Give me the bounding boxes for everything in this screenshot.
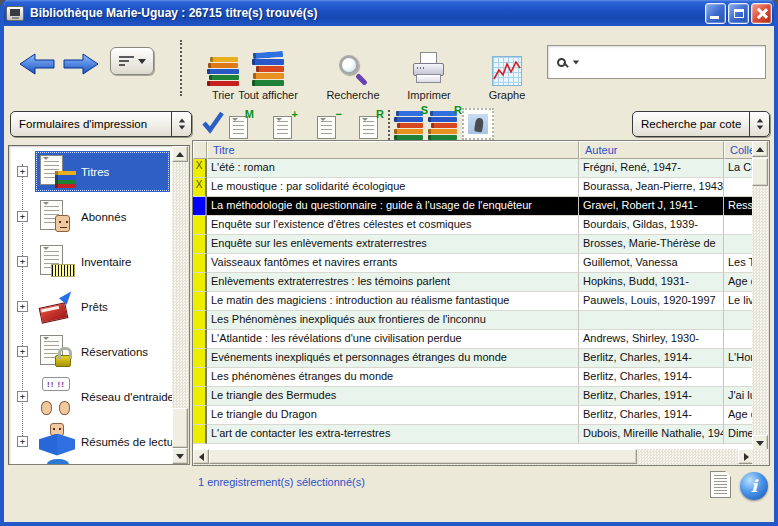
sidebar-item-resumes-lecture[interactable]: + Résumés de lecture [9,419,172,464]
table-row[interactable]: L'art de contacter les extra-terrestres … [193,425,754,444]
row-collection-cell[interactable]: Age d [724,273,754,292]
row-author-cell[interactable]: Brosses, Marie-Thérèse de [579,235,724,254]
graphe-button[interactable]: Graphe [478,38,536,102]
search-dropdown-icon[interactable] [573,60,579,64]
quick-search-field[interactable] [547,45,766,79]
sidebar-item-inventaire[interactable]: + Inventaire [9,239,172,284]
form-remove-button[interactable]: − [316,112,342,140]
table-row[interactable]: Le triangle du Dragon Berlitz, Charles, … [193,406,754,425]
back-button[interactable] [18,53,56,77]
list-options-button[interactable] [110,47,154,75]
sidebar-item-prets[interactable]: + Prêts [9,284,172,329]
row-title-cell[interactable]: Evénements inexpliqués et personnages ét… [207,349,579,368]
table-row[interactable]: La méthodologie du questionnaire : guide… [193,197,754,216]
row-title-cell[interactable]: Enquête sur les enlèvements extraterrest… [207,235,579,254]
table-row[interactable]: Les phénomènes étranges du monde Berlitz… [193,368,754,387]
row-collection-cell[interactable]: Les T [724,254,754,273]
row-mark-cell[interactable]: X [193,178,207,197]
row-author-cell[interactable]: Frégni, René, 1947- [579,159,724,178]
scroll-up-button[interactable] [752,141,768,157]
table-row[interactable]: X Le moustique : par solidarité écologiq… [193,178,754,197]
table-row[interactable]: Enquête sur l'existence d'êtres célestes… [193,216,754,235]
books-s-button[interactable]: S [394,108,428,140]
table-row[interactable]: Le triangle des Bermudes Berlitz, Charle… [193,387,754,406]
row-title-cell[interactable]: L'Atlantide : les révélations d'une civi… [207,330,579,349]
row-collection-cell[interactable] [724,235,754,254]
row-collection-cell[interactable]: L'Hor [724,349,754,368]
expander-icon[interactable]: + [17,346,28,357]
row-mark-cell[interactable] [193,311,207,330]
validate-button[interactable] [200,110,226,138]
row-title-cell[interactable]: Le matin des magiciens : introduction au… [207,292,579,311]
record-list-button[interactable] [708,470,734,500]
row-collection-cell[interactable]: Le liv [724,292,754,311]
row-author-cell[interactable]: Pauwels, Louis, 1920-1997 [579,292,724,311]
row-collection-cell[interactable]: Ress [724,197,754,216]
row-mark-cell[interactable] [193,292,207,311]
row-mark-cell[interactable] [193,216,207,235]
row-title-cell[interactable]: Vaisseaux fantômes et navires errants [207,254,579,273]
sidebar-item-reservations[interactable]: + Réservations [9,329,172,374]
row-mark-cell[interactable] [193,235,207,254]
title-bar[interactable]: Bibliothèque Marie-Uguay : 26715 titre(s… [0,0,778,26]
sidebar-scrollbar[interactable] [172,146,189,464]
row-title-cell[interactable]: Les phénomènes étranges du monde [207,368,579,387]
row-collection-cell[interactable] [724,216,754,235]
info-button[interactable]: i [740,472,768,500]
tout-afficher-button[interactable]: Tout afficher [232,38,304,102]
row-mark-cell[interactable] [193,368,207,387]
row-author-cell[interactable]: Guillemot, Vanessa [579,254,724,273]
table-row[interactable]: Vaisseaux fantômes et navires errants Gu… [193,254,754,273]
row-title-cell[interactable]: Enquête sur l'existence d'êtres célestes… [207,216,579,235]
column-header-titre[interactable]: Titre [207,141,579,159]
row-collection-cell[interactable]: La Co [724,159,754,178]
column-header-collection[interactable]: Colle [724,141,754,159]
row-mark-cell[interactable] [193,387,207,406]
row-collection-cell[interactable] [724,368,754,387]
maximize-button[interactable] [728,3,749,24]
row-collection-cell[interactable]: Age d [724,406,754,425]
scrollbar-thumb[interactable] [752,158,768,186]
row-title-cell[interactable]: L'art de contacter les extra-terrestres [207,425,579,444]
row-mark-cell[interactable] [193,197,207,216]
forward-button[interactable] [62,53,100,77]
recherche-button[interactable]: Recherche [320,38,386,102]
row-title-cell[interactable]: Le triangle des Bermudes [207,387,579,406]
row-title-cell[interactable]: La méthodologie du questionnaire : guide… [207,197,579,216]
row-mark-cell[interactable] [193,254,207,273]
table-row[interactable]: Enquête sur les enlèvements extraterrest… [193,235,754,254]
scroll-left-button[interactable] [193,449,209,464]
row-title-cell[interactable]: Le triangle du Dragon [207,406,579,425]
row-title-cell[interactable]: Enlèvements extraterrestres : les témoin… [207,273,579,292]
image-stamp-button[interactable] [462,108,494,140]
column-header-auteur[interactable]: Auteur [579,141,724,159]
row-author-cell[interactable]: Berlitz, Charles, 1914- [579,387,724,406]
expander-icon[interactable]: + [17,256,28,267]
row-title-cell[interactable]: Le moustique : par solidarité écologique [207,178,579,197]
search-input[interactable] [582,46,765,78]
row-title-cell[interactable]: Les Phénomènes inexpliqués aux frontiere… [207,311,579,330]
row-author-cell[interactable]: Hopkins, Budd, 1931- [579,273,724,292]
row-author-cell[interactable]: Bourdais, Gildas, 1939- [579,216,724,235]
table-row[interactable]: Les Phénomènes inexpliqués aux frontiere… [193,311,754,330]
table-row[interactable]: X L'été : roman Frégni, René, 1947- La C… [193,159,754,178]
expander-icon[interactable]: + [17,166,28,177]
row-collection-cell[interactable] [724,330,754,349]
sidebar-item-abonnes[interactable]: + Abonnés [9,194,172,239]
table-horizontal-scrollbar[interactable] [193,449,754,465]
row-collection-cell[interactable] [724,311,754,330]
row-mark-cell[interactable] [193,349,207,368]
row-author-cell[interactable]: Dubois, Mireille Nathalie, 1948- [579,425,724,444]
sidebar-item-reseau-entraide[interactable]: + !! !! Réseau d'entraide [9,374,172,419]
row-author-cell[interactable]: Bourassa, Jean-Pierre, 1943- [579,178,724,197]
table-vertical-scrollbar[interactable] [752,141,769,451]
expander-icon[interactable]: + [17,301,28,312]
row-author-cell[interactable]: Gravel, Robert J, 1941- [579,197,724,216]
column-header-mark[interactable] [193,141,207,159]
row-mark-cell[interactable] [193,273,207,292]
expander-icon[interactable]: + [17,436,28,447]
row-author-cell[interactable]: Berlitz, Charles, 1914- [579,349,724,368]
row-mark-cell[interactable] [193,425,207,444]
imprimer-button[interactable]: Imprimer [400,38,458,102]
row-author-cell[interactable]: Andrews, Shirley, 1930- [579,330,724,349]
